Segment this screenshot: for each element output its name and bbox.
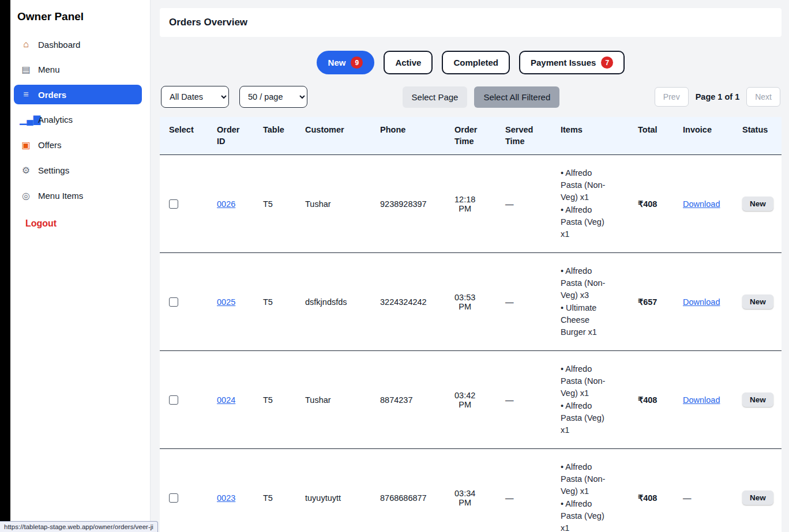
order-id-cell: 0024 — [208, 390, 254, 410]
served-time: — — [496, 194, 551, 214]
sidebar: Owner Panel ⌂ Dashboard ▤ Menu ≡ Orders … — [10, 0, 151, 532]
order-item: • Alfredo Pasta (Non-Veg) x1 — [561, 461, 611, 497]
pagination: Prev Page 1 of 1 Next — [655, 87, 780, 107]
order-time: 12:18 PM — [445, 189, 480, 219]
order-id-link[interactable]: 0023 — [217, 493, 235, 503]
status-cell: New — [733, 289, 782, 315]
logout-button[interactable]: Logout — [10, 206, 57, 229]
sidebar-item-icon: ▁▄▇ — [20, 114, 32, 125]
row-select-checkbox[interactable] — [169, 395, 178, 405]
invoice-download-link[interactable]: Download — [683, 395, 720, 405]
order-total: ₹408 — [629, 488, 674, 508]
status-badge: New — [742, 197, 773, 211]
sidebar-item-label: Settings — [38, 165, 69, 175]
date-filter-select[interactable]: All Dates — [161, 86, 229, 108]
order-total: ₹408 — [629, 390, 674, 410]
order-id-link[interactable]: 0024 — [217, 395, 235, 405]
order-items-list: • Alfredo Pasta (Non-Veg) x3• Ultimate C… — [551, 253, 629, 350]
tab-label: Payment Issues — [531, 58, 596, 67]
sidebar-item-dashboard[interactable]: ⌂ Dashboard — [14, 35, 142, 54]
sidebar-item-menu[interactable]: ▤ Menu — [14, 59, 142, 80]
select-cell — [160, 488, 208, 508]
order-id-link[interactable]: 0026 — [217, 199, 235, 209]
phone-number: 8874237 — [371, 390, 445, 410]
status-badge: New — [742, 295, 773, 309]
select-cell — [160, 194, 208, 214]
status-badge: New — [742, 393, 773, 407]
sidebar-item-menu-items[interactable]: ◎ Menu Items — [14, 186, 142, 206]
order-row-0024: 0024 T5 Tushar 8874237 03:42 PM — • Alfr… — [160, 350, 782, 448]
column-header-order-time: Order Time — [445, 117, 496, 154]
sidebar-item-icon: ⌂ — [20, 39, 32, 50]
table-number: T5 — [254, 488, 296, 508]
tab-label: Completed — [453, 58, 498, 67]
page-title: Orders Overview — [169, 17, 247, 28]
page-size-select[interactable]: 50 / page — [239, 86, 307, 108]
invoice-download-link[interactable]: Download — [683, 199, 720, 209]
invoice-cell: Download — [674, 292, 733, 312]
select-cell — [160, 390, 208, 410]
column-header-served-time: Served Time — [496, 117, 551, 154]
order-id-link[interactable]: 0025 — [217, 297, 235, 307]
order-status-tabs: New 9 Active Completed Payment Issues 7 — [160, 51, 782, 74]
column-header-phone: Phone — [371, 117, 445, 154]
order-id-cell: 0025 — [208, 292, 254, 312]
column-header-customer: Customer — [296, 117, 371, 154]
status-cell: New — [733, 387, 782, 413]
phone-number: 9238928397 — [371, 194, 445, 214]
row-select-checkbox[interactable] — [169, 493, 178, 503]
sidebar-item-label: Orders — [38, 90, 66, 100]
order-items-list: • Alfredo Pasta (Non-Veg) x1• Alfredo Pa… — [551, 155, 629, 252]
column-header-table: Table — [254, 117, 296, 154]
invoice-cell: Download — [674, 390, 733, 410]
row-select-checkbox[interactable] — [169, 199, 178, 209]
order-items-list: • Alfredo Pasta (Non-Veg) x1• Alfredo Pa… — [551, 351, 629, 448]
tab-active[interactable]: Active — [384, 51, 433, 74]
orders-table-body: 0026 T5 Tushar 9238928397 12:18 PM — • A… — [160, 154, 782, 532]
served-time: — — [496, 390, 551, 410]
order-item: • Alfredo Pasta (Veg) x1 — [561, 400, 611, 436]
tab-count-badge: 9 — [351, 56, 363, 69]
tab-payment-issues[interactable]: Payment Issues 7 — [519, 51, 625, 74]
tab-completed[interactable]: Completed — [442, 51, 510, 74]
order-item: • Alfredo Pasta (Veg) x1 — [561, 204, 611, 240]
column-header-items: Items — [551, 117, 629, 154]
column-header-total: Total — [629, 117, 674, 154]
status-cell: New — [733, 191, 782, 217]
orders-table-header: Select Order ID Table Customer Phone Ord… — [160, 117, 782, 154]
order-row-0025: 0025 T5 dsfkjndsfds 3224324242 03:53 PM … — [160, 252, 782, 350]
column-header-invoice: Invoice — [674, 117, 733, 154]
order-item: • Alfredo Pasta (Non-Veg) x1 — [561, 167, 611, 203]
order-time: 03:53 PM — [445, 287, 480, 317]
bulk-select-buttons: Select Page Select All Filtered — [307, 86, 655, 108]
select-cell — [160, 292, 208, 312]
customer-name: Tushar — [296, 194, 371, 214]
status-badge: New — [742, 491, 773, 505]
order-id-cell: 0026 — [208, 194, 254, 214]
phone-number: 8768686877 — [371, 488, 445, 508]
sidebar-item-label: Menu Items — [38, 191, 83, 201]
tab-count-badge: 7 — [601, 56, 613, 69]
order-item: • Ultimate Cheese Burger x1 — [561, 302, 611, 338]
invoice-download-link[interactable]: Download — [683, 297, 720, 307]
sidebar-item-settings[interactable]: ⚙ Settings — [14, 160, 142, 180]
column-header-order-id: Order ID — [208, 117, 254, 154]
customer-name: tuyuytuytt — [296, 488, 371, 508]
sidebar-item-icon: ≡ — [20, 89, 32, 100]
sidebar-item-label: Dashboard — [38, 40, 80, 50]
select-all-filtered-button[interactable]: Select All Filtered — [474, 86, 559, 108]
sidebar-item-orders[interactable]: ≡ Orders — [14, 85, 142, 104]
table-number: T5 — [254, 194, 296, 214]
sidebar-nav: ⌂ Dashboard ▤ Menu ≡ Orders ▁▄▇ Analytic… — [10, 35, 150, 206]
next-page-button[interactable]: Next — [746, 87, 780, 107]
row-select-checkbox[interactable] — [169, 297, 178, 307]
order-row-0026: 0026 T5 Tushar 9238928397 12:18 PM — • A… — [160, 154, 782, 252]
tab-new[interactable]: New 9 — [317, 51, 375, 74]
sidebar-item-analytics[interactable]: ▁▄▇ Analytics — [14, 110, 142, 130]
select-page-button[interactable]: Select Page — [403, 86, 468, 108]
orders-table: Select Order ID Table Customer Phone Ord… — [160, 117, 782, 532]
sidebar-item-offers[interactable]: ▣ Offers — [14, 135, 142, 155]
filter-selects: All Dates 50 / page — [161, 86, 307, 108]
table-number: T5 — [254, 292, 296, 312]
prev-page-button[interactable]: Prev — [655, 87, 689, 107]
